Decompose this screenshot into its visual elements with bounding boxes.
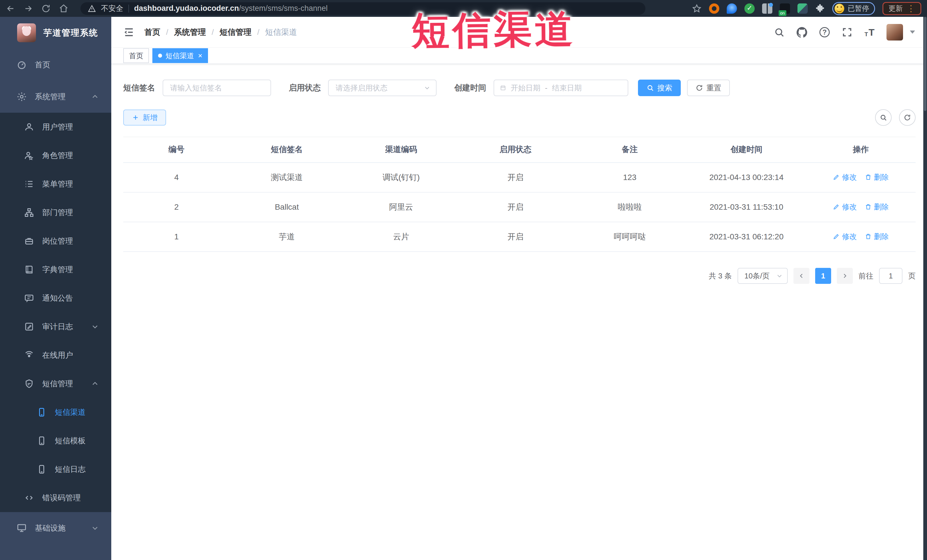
delete-link[interactable]: 删除 xyxy=(865,232,889,241)
sidebar-item-online-users[interactable]: 在线用户 xyxy=(0,341,111,369)
breadcrumb-sms[interactable]: 短信管理 xyxy=(220,27,252,38)
edit-log-icon xyxy=(24,322,34,332)
extension-proxy-icon[interactable]: on xyxy=(780,3,790,14)
pagination-total: 共 3 条 xyxy=(709,271,732,281)
bookmark-star-icon[interactable] xyxy=(692,4,702,14)
profile-chip[interactable]: 已暂停 xyxy=(832,2,875,15)
update-button[interactable]: 更新 ⋮ xyxy=(883,2,921,15)
handwritten-annotation: 短信渠道 xyxy=(411,4,576,57)
extension-orange-icon[interactable] xyxy=(709,3,719,14)
sidebar-item-departments[interactable]: 部门管理 xyxy=(0,198,111,227)
edit-link[interactable]: 修改 xyxy=(833,202,857,212)
reload-icon[interactable] xyxy=(41,4,51,14)
window-scrollbar[interactable] xyxy=(923,17,927,560)
gear-icon xyxy=(17,91,27,102)
collapse-sidebar-icon[interactable] xyxy=(123,27,135,38)
scrollbar-thumb[interactable] xyxy=(924,17,926,111)
col-sign: 短信签名 xyxy=(230,137,344,162)
plus-icon xyxy=(132,114,139,121)
sidebar-item-error-codes[interactable]: 错误码管理 xyxy=(0,484,111,512)
sidebar-item-audit-log[interactable]: 审计日志 xyxy=(0,313,111,341)
org-tree-icon xyxy=(24,207,34,218)
breadcrumb-system[interactable]: 系统管理 xyxy=(174,27,206,38)
chevron-down-icon xyxy=(424,85,430,91)
status-select[interactable]: 请选择启用状态 xyxy=(328,80,436,96)
sidebar-item-system[interactable]: 系统管理 xyxy=(0,81,111,113)
app-logo-row[interactable]: 芋道管理系统 xyxy=(0,17,111,49)
page-size-select[interactable]: 10条/页 xyxy=(737,268,788,284)
status-label: 启用状态 xyxy=(289,82,321,93)
avatar-caret-icon[interactable] xyxy=(910,30,915,34)
font-size-icon[interactable]: TT xyxy=(865,27,874,37)
goto-page-input[interactable] xyxy=(879,268,903,284)
home-icon[interactable] xyxy=(59,4,68,14)
table-row: 4 测试渠道 调试(钉钉) 开启 123 2021-04-13 00:23:14… xyxy=(123,162,916,192)
trash-icon xyxy=(865,174,872,181)
sidebar-item-sms-template[interactable]: 短信模板 xyxy=(0,426,111,455)
chevron-down-icon xyxy=(91,524,99,532)
sidebar-item-home[interactable]: 首页 xyxy=(0,49,111,81)
app-title: 芋道管理系统 xyxy=(43,27,98,39)
edit-link[interactable]: 修改 xyxy=(833,172,857,182)
app-logo xyxy=(17,23,36,42)
sidebar-item-infrastructure[interactable]: 基础设施 xyxy=(0,512,111,544)
github-icon[interactable] xyxy=(796,27,807,38)
next-page-button[interactable] xyxy=(837,268,853,284)
sidebar-item-roles[interactable]: 角色管理 xyxy=(0,141,111,170)
security-label[interactable]: 不安全 xyxy=(101,3,123,14)
help-icon[interactable]: ? xyxy=(819,27,830,37)
code-icon xyxy=(24,493,34,503)
close-tab-icon[interactable]: × xyxy=(198,52,202,59)
menu-kebab-icon[interactable]: ⋮ xyxy=(907,4,915,13)
breadcrumb-current: 短信渠道 xyxy=(265,27,297,38)
search-button[interactable]: 搜索 xyxy=(638,80,681,96)
prev-page-button[interactable] xyxy=(793,268,810,284)
extension-pin-icon[interactable] xyxy=(727,3,737,14)
table-toolbar: 新增 xyxy=(123,109,916,126)
sidebar-item-notice[interactable]: 通知公告 xyxy=(0,284,111,313)
end-date-placeholder[interactable]: 结束日期 xyxy=(552,83,582,93)
fullscreen-icon[interactable] xyxy=(842,27,853,38)
profile-avatar-icon xyxy=(834,4,844,14)
start-date-placeholder[interactable]: 开始日期 xyxy=(511,83,540,93)
filter-form: 短信签名 启用状态 请选择启用状态 创建时间 开始日期 - 结束日期 搜索 xyxy=(123,80,916,96)
reset-button[interactable]: 重置 xyxy=(687,80,730,96)
forward-icon[interactable] xyxy=(23,4,33,14)
extension-vue-icon[interactable] xyxy=(798,3,808,14)
edit-link[interactable]: 修改 xyxy=(833,232,857,241)
page-1-button[interactable]: 1 xyxy=(815,268,831,284)
url-text[interactable]: dashboard.yudao.iocoder.cn/system/sms/sm… xyxy=(134,4,328,13)
delete-link[interactable]: 删除 xyxy=(865,202,889,212)
pencil-icon xyxy=(833,174,840,181)
breadcrumb-home[interactable]: 首页 xyxy=(144,27,160,38)
sidebar-item-users[interactable]: 用户管理 xyxy=(0,113,111,141)
toggle-search-button[interactable] xyxy=(875,109,892,126)
pencil-icon xyxy=(833,233,840,240)
add-button[interactable]: 新增 xyxy=(123,109,166,126)
table-options xyxy=(875,109,916,126)
col-actions: 操作 xyxy=(806,137,916,162)
warning-icon xyxy=(88,5,96,12)
sidebar-item-menus[interactable]: 菜单管理 xyxy=(0,170,111,198)
refresh-table-button[interactable] xyxy=(899,109,916,126)
sidebar-item-sms[interactable]: 短信管理 xyxy=(0,369,111,398)
delete-link[interactable]: 删除 xyxy=(865,172,889,182)
date-range-picker[interactable]: 开始日期 - 结束日期 xyxy=(494,80,628,96)
sms-channel-table: 编号 短信签名 渠道编码 启用状态 备注 创建时间 操作 4 测试渠道 调试(钉… xyxy=(123,137,916,252)
user-avatar[interactable] xyxy=(886,24,903,41)
page-unit: 页 xyxy=(908,271,916,281)
extension-check-icon[interactable] xyxy=(745,3,755,14)
back-icon[interactable] xyxy=(6,4,15,14)
sidebar-item-dict[interactable]: 字典管理 xyxy=(0,255,111,284)
sidebar-item-posts[interactable]: 岗位管理 xyxy=(0,227,111,255)
time-label: 创建时间 xyxy=(454,82,486,93)
sign-input[interactable] xyxy=(163,80,271,96)
extensions-puzzle-icon[interactable] xyxy=(815,4,825,14)
url-host: dashboard.yudao.iocoder.cn xyxy=(134,4,239,12)
sidebar-item-sms-log[interactable]: 短信日志 xyxy=(0,455,111,484)
tag-sms-channel[interactable]: 短信渠道 × xyxy=(152,48,208,63)
sidebar-item-sms-channel[interactable]: 短信渠道 xyxy=(0,398,111,426)
extension-grid-icon[interactable] xyxy=(762,3,772,14)
tag-home[interactable]: 首页 xyxy=(123,48,149,63)
search-icon[interactable] xyxy=(774,27,785,38)
